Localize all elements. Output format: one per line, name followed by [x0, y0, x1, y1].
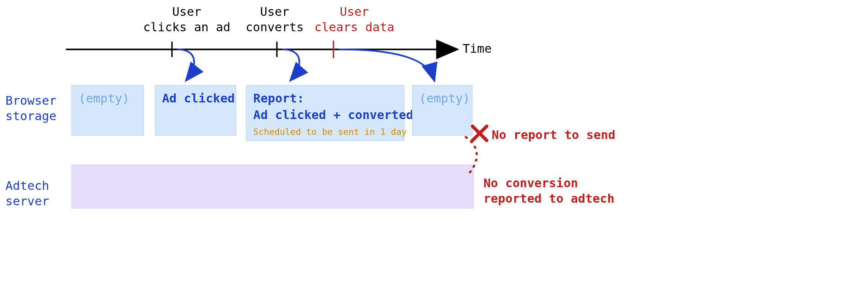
axis-label-time: Time	[462, 41, 491, 56]
arrow-convert-to-storage	[283, 49, 299, 79]
storage-state-report-title: Report:	[253, 91, 410, 106]
storage-state-ad-clicked-text: Ad clicked	[162, 91, 242, 106]
arrow-click-to-storage	[178, 49, 194, 79]
annotation-no-report: No report to send	[492, 127, 616, 142]
storage-state-report-body: Ad clicked + converted	[253, 107, 410, 122]
event-label-clear: User clears data	[305, 5, 404, 35]
attribution-reporting-clear-data-diagram: User clicks an ad User converts User cle…	[0, 0, 868, 209]
storage-state-empty-initial-text: (empty)	[79, 91, 150, 106]
arrow-clear-to-storage	[339, 49, 434, 79]
storage-state-ad-clicked: Ad clicked	[155, 85, 236, 136]
row-label-browser-storage: Browser storage	[6, 93, 56, 124]
adtech-server-lane	[71, 165, 474, 209]
storage-state-empty-cleared: (empty)	[412, 85, 473, 136]
storage-state-empty-cleared-text: (empty)	[419, 91, 479, 106]
svg-line-0	[473, 126, 487, 141]
svg-line-1	[473, 126, 487, 141]
annotation-no-conversion: No conversion reported to adtech	[483, 176, 614, 206]
x-mark-icon	[473, 126, 487, 141]
event-label-click: User clicks an ad	[132, 5, 242, 35]
storage-state-report-note: Scheduled to be sent in 1 day	[253, 127, 410, 137]
row-label-adtech-server: Adtech server	[6, 178, 49, 208]
storage-state-empty-initial: (empty)	[71, 85, 144, 136]
storage-state-report: Report: Ad clicked + converted Scheduled…	[246, 85, 404, 141]
